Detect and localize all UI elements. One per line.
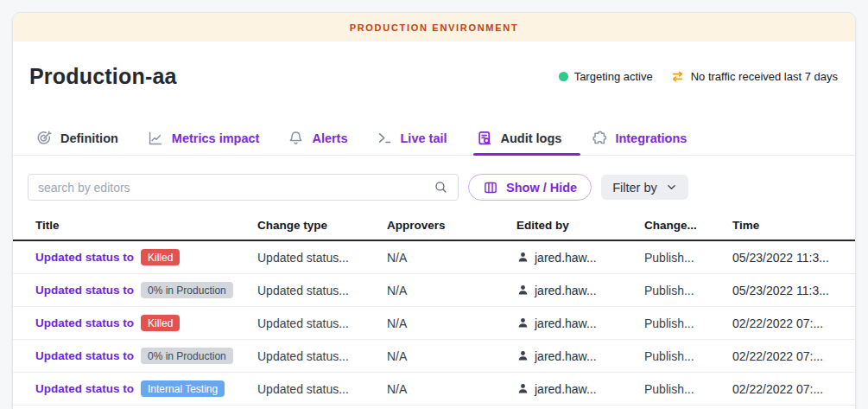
person-icon — [516, 382, 529, 395]
row-change: Publish... — [644, 316, 732, 330]
puzzle-icon — [590, 130, 607, 147]
table-row[interactable]: Updated status to 0% in Production Updat… — [13, 340, 855, 373]
column-header-edited-by: Edited by — [516, 219, 644, 232]
tab-live-tail-label: Live tail — [401, 131, 447, 145]
row-edited-by: jared.haw... — [516, 316, 644, 330]
traffic-status: No traffic received last 7 days — [670, 69, 838, 84]
traffic-status-label: No traffic received last 7 days — [691, 70, 838, 83]
row-title-cell: Updated status to 0% in Production — [28, 282, 257, 298]
row-change: Publish... — [644, 349, 732, 363]
row-approvers: N/A — [387, 382, 516, 396]
row-edited-by: jared.haw... — [516, 284, 644, 297]
green-dot-icon — [559, 72, 568, 81]
status-badge: Internal Testing — [141, 380, 225, 397]
table-row[interactable]: Updated status to Killed Updated status.… — [13, 307, 855, 340]
row-approvers: N/A — [387, 284, 516, 297]
row-change: Publish... — [644, 382, 732, 396]
row-title-cell: Updated status to Killed — [28, 249, 257, 265]
search-box — [28, 174, 459, 201]
search-icon — [434, 180, 448, 195]
show-hide-button[interactable]: Show / Hide — [468, 174, 592, 201]
tab-integrations[interactable]: Integrations — [590, 121, 687, 155]
status-badge: 0% in Production — [141, 348, 233, 364]
row-edited-by: jared.haw... — [516, 349, 644, 363]
row-edited-by-label: jared.haw... — [535, 316, 597, 330]
row-title-link[interactable]: Updated status to — [35, 349, 134, 362]
show-hide-label: Show / Hide — [506, 181, 577, 195]
status-group: Targeting active No traffic received las… — [559, 69, 838, 84]
filter-by-button[interactable]: Filter by — [601, 175, 688, 200]
row-title-link[interactable]: Updated status to — [35, 251, 134, 264]
table-row[interactable]: Updated status to Internal Testing Updat… — [13, 373, 855, 406]
tab-alerts-label: Alerts — [312, 131, 347, 145]
page-title: Production-aa — [29, 64, 177, 89]
person-icon — [516, 316, 529, 329]
row-edited-by-label: jared.haw... — [535, 349, 597, 363]
tab-audit-logs-label: Audit logs — [501, 131, 562, 145]
column-header-change-type: Change type — [257, 219, 387, 232]
row-change-type: Updated status... — [257, 251, 387, 265]
environment-banner: PRODUCTION ENVIRONMENT — [13, 13, 855, 42]
search-input[interactable] — [38, 181, 434, 195]
column-header-title: Title — [28, 219, 257, 232]
column-header-approvers: Approvers — [387, 219, 516, 232]
tab-audit-logs[interactable]: Audit logs — [476, 121, 562, 155]
filter-by-label: Filter by — [612, 181, 657, 195]
chevron-down-icon — [666, 182, 677, 193]
tab-definition[interactable]: Definition — [35, 121, 118, 155]
row-approvers: N/A — [387, 349, 516, 363]
row-title-cell: Updated status to Internal Testing — [28, 380, 257, 397]
column-header-time: Time — [732, 219, 840, 232]
tab-bar: Definition Metrics impact Alerts — [13, 121, 855, 156]
row-change-type: Updated status... — [257, 382, 387, 396]
targeting-status: Targeting active — [559, 70, 653, 83]
row-change: Publish... — [644, 251, 732, 265]
audit-log-toolbar: Show / Hide Filter by — [28, 174, 840, 201]
row-title-cell: Updated status to 0% in Production — [28, 348, 257, 364]
page-header: Production-aa Targeting active No traffi… — [13, 42, 855, 89]
tab-live-tail[interactable]: Live tail — [377, 121, 447, 155]
row-change-type: Updated status... — [257, 316, 387, 330]
bell-icon — [288, 130, 304, 146]
row-time: 02/22/2022 07:... — [732, 316, 840, 330]
document-search-icon — [476, 130, 493, 147]
column-header-change: Change... — [644, 219, 732, 232]
row-edited-by-label: jared.haw... — [535, 251, 597, 265]
row-change-type: Updated status... — [257, 284, 387, 297]
row-title-cell: Updated status to Killed — [28, 315, 257, 331]
target-icon — [35, 130, 53, 147]
row-title-link[interactable]: Updated status to — [35, 284, 134, 297]
page: { "banner": { "label": "PRODUCTION ENVIR… — [0, 0, 868, 409]
table-header-row: Title Change type Approvers Edited by Ch… — [13, 210, 855, 241]
row-change: Publish... — [644, 284, 732, 297]
row-time: 05/23/2022 11:3... — [732, 251, 840, 265]
row-edited-by-label: jared.haw... — [535, 382, 597, 396]
row-title-link[interactable]: Updated status to — [35, 382, 134, 395]
person-icon — [516, 251, 529, 264]
status-badge: 0% in Production — [141, 282, 233, 298]
flag-detail-card: PRODUCTION ENVIRONMENT Production-aa Tar… — [12, 12, 856, 409]
row-edited-by-label: jared.haw... — [535, 284, 597, 297]
row-change-type: Updated status... — [257, 349, 387, 363]
tab-metrics-impact-label: Metrics impact — [172, 131, 260, 145]
environment-banner-label: PRODUCTION ENVIRONMENT — [350, 22, 519, 33]
tab-integrations-label: Integrations — [615, 131, 687, 145]
table-row[interactable]: Updated status to Killed Updated status.… — [13, 241, 855, 274]
row-time: 05/23/2022 11:3... — [732, 284, 840, 297]
row-edited-by: jared.haw... — [516, 251, 644, 265]
status-badge: Killed — [141, 315, 180, 331]
transfer-arrows-icon — [670, 69, 685, 84]
row-approvers: N/A — [387, 251, 516, 265]
terminal-icon — [377, 130, 393, 146]
tab-metrics-impact[interactable]: Metrics impact — [147, 121, 260, 155]
row-approvers: N/A — [387, 316, 516, 330]
targeting-status-label: Targeting active — [574, 70, 653, 83]
row-time: 02/22/2022 07:... — [732, 349, 840, 363]
table-row[interactable]: Updated status to 0% in Production Updat… — [13, 274, 855, 307]
tab-alerts[interactable]: Alerts — [288, 121, 347, 155]
row-edited-by: jared.haw... — [516, 382, 644, 396]
row-title-link[interactable]: Updated status to — [35, 316, 134, 329]
audit-log-table: Title Change type Approvers Edited by Ch… — [13, 210, 855, 406]
status-badge: Killed — [141, 249, 180, 265]
person-icon — [516, 284, 529, 297]
